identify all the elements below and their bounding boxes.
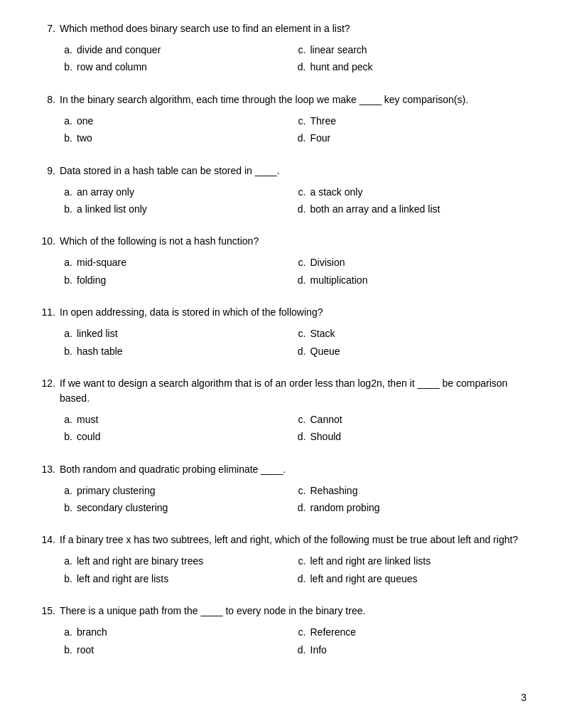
option-b: b.secondary clustering — [60, 500, 293, 515]
option-text: folding — [77, 272, 106, 288]
option-letter: d. — [293, 642, 306, 658]
options-grid-12: a.mustc.Cannotb.couldd.Should — [60, 412, 526, 445]
options-grid-9: a.an array onlyc.a stack onlyb.a linked … — [60, 184, 526, 218]
option-d: d.random probing — [293, 500, 527, 515]
question-block-14: 14.If a binary tree x has two subtrees, … — [36, 532, 526, 587]
question-text-14: If a binary tree x has two subtrees, lef… — [60, 532, 526, 547]
option-d: d.hunt and peck — [293, 59, 527, 75]
option-letter: c. — [293, 255, 306, 270]
option-d: d.multiplication — [293, 272, 527, 288]
option-b: b.hash table — [60, 343, 293, 359]
option-text: Four — [310, 130, 331, 146]
option-c: c.Rehashing — [293, 483, 527, 498]
question-text-15: There is a unique path from the ____ to … — [60, 604, 526, 619]
option-c: c.Division — [293, 255, 527, 270]
option-letter: c. — [293, 553, 306, 569]
options-grid-13: a.primary clusteringc.Rehashingb.seconda… — [60, 483, 526, 516]
option-a: a.mid-square — [60, 255, 293, 270]
option-text: left and right are queues — [310, 571, 418, 587]
option-text: must — [77, 412, 98, 427]
options-grid-15: a.branchc.Referenceb.rootd.Info — [60, 624, 526, 658]
options-grid-11: a.linked listc.Stackb.hash tabled.Queue — [60, 326, 526, 359]
option-b: b.row and column — [60, 59, 293, 75]
option-c: c.Reference — [293, 624, 527, 640]
option-letter: b. — [60, 429, 72, 444]
option-d: d.left and right are queues — [293, 571, 527, 587]
option-text: one — [77, 113, 93, 129]
option-letter: c. — [293, 483, 306, 498]
question-number-14: 14. — [36, 532, 55, 547]
option-text: both an array and a linked list — [310, 201, 441, 217]
question-block-10: 10.Which of the following is not a hash … — [36, 234, 526, 288]
option-letter: c. — [293, 412, 306, 427]
question-number-12: 12. — [36, 376, 55, 406]
option-text: left and right are binary trees — [77, 553, 203, 569]
option-letter: b. — [60, 500, 72, 515]
question-block-15: 15.There is a unique path from the ____ … — [36, 604, 526, 658]
question-text-10: Which of the following is not a hash fun… — [60, 234, 526, 249]
option-a: a.must — [60, 412, 293, 427]
option-letter: a. — [60, 553, 72, 569]
question-number-13: 13. — [36, 462, 55, 477]
option-d: d.Four — [293, 130, 527, 146]
option-letter: a. — [60, 326, 72, 341]
option-letter: b. — [60, 201, 72, 217]
option-c: c.linear search — [293, 42, 527, 58]
option-text: Three — [310, 113, 337, 129]
option-text: left and right are lists — [77, 571, 168, 587]
option-text: Info — [310, 642, 327, 658]
question-block-11: 11.In open addressing, data is stored in… — [36, 305, 526, 359]
option-text: Rehashing — [310, 483, 358, 498]
question-block-12: 12.If we want to design a search algorit… — [36, 376, 526, 445]
option-c: c.left and right are linked lists — [293, 553, 527, 569]
question-number-15: 15. — [36, 604, 55, 619]
question-block-13: 13.Both random and quadratic probing eli… — [36, 462, 526, 516]
option-c: c.Three — [293, 113, 527, 129]
option-text: random probing — [310, 500, 380, 515]
question-text-11: In open addressing, data is stored in wh… — [60, 305, 526, 320]
question-block-9: 9.Data stored in a hash table can be sto… — [36, 164, 526, 218]
option-text: two — [77, 130, 92, 146]
option-letter: b. — [60, 130, 72, 146]
option-letter: d. — [293, 201, 306, 217]
page-number: 3 — [521, 692, 526, 703]
option-letter: b. — [60, 343, 72, 359]
option-text: left and right are linked lists — [310, 553, 431, 569]
question-text-8: In the binary search algorithm, each tim… — [60, 92, 526, 107]
option-letter: a. — [60, 412, 72, 427]
option-text: Should — [310, 429, 342, 444]
option-a: a.branch — [60, 624, 293, 640]
question-number-7: 7. — [36, 21, 55, 36]
option-text: primary clustering — [77, 483, 155, 498]
option-letter: a. — [60, 483, 72, 498]
option-b: b.folding — [60, 272, 293, 288]
option-b: b.root — [60, 642, 293, 658]
question-number-10: 10. — [36, 234, 55, 249]
option-d: d.Queue — [293, 343, 527, 359]
option-d: d.Info — [293, 642, 527, 658]
option-letter: a. — [60, 624, 72, 640]
option-a: a.one — [60, 113, 293, 129]
option-letter: a. — [60, 184, 72, 200]
option-letter: d. — [293, 343, 306, 359]
option-b: b.a linked list only — [60, 201, 293, 217]
option-a: a.left and right are binary trees — [60, 553, 293, 569]
option-b: b.could — [60, 429, 293, 444]
option-text: root — [77, 642, 94, 658]
option-letter: c. — [293, 113, 306, 129]
option-text: Queue — [310, 343, 340, 359]
option-c: c.Stack — [293, 326, 527, 341]
option-text: could — [77, 429, 100, 444]
option-letter: a. — [60, 113, 72, 129]
option-letter: b. — [60, 272, 72, 288]
question-number-9: 9. — [36, 164, 55, 178]
option-letter: d. — [293, 500, 306, 515]
option-text: divide and conquer — [77, 42, 161, 58]
option-letter: d. — [293, 59, 306, 75]
option-text: a stack only — [310, 184, 363, 200]
question-text-9: Data stored in a hash table can be store… — [60, 164, 526, 178]
option-d: d.Should — [293, 429, 527, 444]
option-text: a linked list only — [77, 201, 147, 217]
option-text: branch — [77, 624, 107, 640]
option-text: multiplication — [310, 272, 368, 288]
